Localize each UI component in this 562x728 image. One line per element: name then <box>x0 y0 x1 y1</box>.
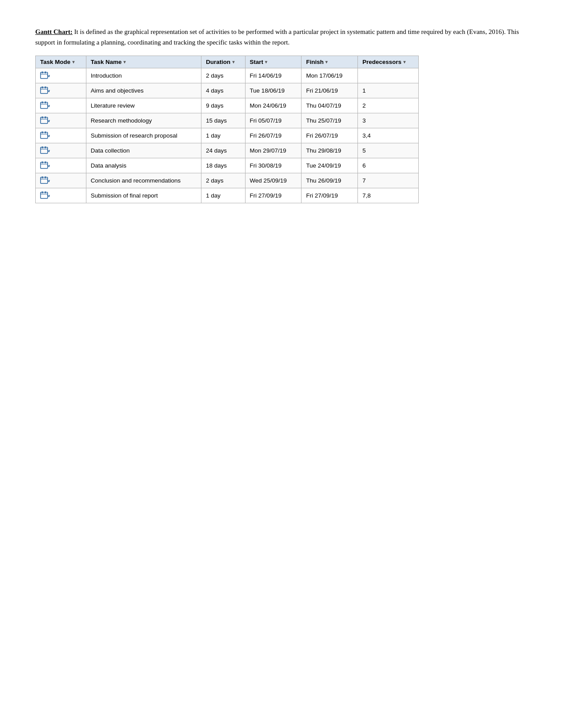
svg-rect-12 <box>41 117 48 123</box>
svg-rect-18 <box>45 131 46 133</box>
svg-rect-4 <box>41 87 48 93</box>
sort-arrow-finish: ▾ <box>325 60 328 64</box>
task-name-cell: Submission of final report <box>86 188 201 203</box>
sort-arrow-duration: ▾ <box>232 60 234 64</box>
predecessors-cell: 3,4 <box>358 128 419 143</box>
task-mode-svg <box>40 176 50 184</box>
svg-rect-32 <box>41 192 48 198</box>
table-row: Data collection24 daysMon 29/07/19Thu 29… <box>36 143 419 158</box>
svg-rect-25 <box>42 161 43 163</box>
finish-cell: Thu 25/07/19 <box>301 113 358 128</box>
svg-rect-28 <box>41 177 48 183</box>
start-cell: Mon 29/07/19 <box>245 143 301 158</box>
task-name-cell: Aims and objectives <box>86 83 201 98</box>
finish-cell: Tue 24/09/19 <box>301 158 358 173</box>
task-name-cell: Conclusion and recommendations <box>86 173 201 188</box>
table-row: Submission of final report1 dayFri 27/09… <box>36 188 419 203</box>
task-mode-svg <box>40 86 50 94</box>
sort-arrow-task-mode: ▾ <box>72 60 74 64</box>
task-mode-cell <box>36 173 86 188</box>
duration-cell: 18 days <box>201 158 245 173</box>
task-mode-svg <box>40 131 50 139</box>
finish-cell: Thu 04/07/19 <box>301 98 358 113</box>
task-mode-cell <box>36 68 86 83</box>
start-cell: Mon 24/06/19 <box>245 98 301 113</box>
th-duration-label: Duration <box>206 59 231 65</box>
task-name-cell: Literature review <box>86 98 201 113</box>
table-row: Aims and objectives4 daysTue 18/06/19Fri… <box>36 83 419 98</box>
svg-rect-33 <box>42 191 43 193</box>
task-name-cell: Submission of research proposal <box>86 128 201 143</box>
task-mode-cell <box>36 98 86 113</box>
th-start-label: Start <box>250 59 264 65</box>
intro-text: It is defined as the graphical represent… <box>35 28 519 46</box>
table-row: Conclusion and recommendations2 daysWed … <box>36 173 419 188</box>
task-mode-svg <box>40 146 50 154</box>
svg-rect-17 <box>42 131 43 133</box>
task-mode-svg <box>40 101 50 109</box>
svg-rect-5 <box>42 86 43 88</box>
svg-rect-22 <box>45 146 46 148</box>
th-task-mode[interactable]: Task Mode ▾ <box>36 56 86 68</box>
th-duration[interactable]: Duration ▾ <box>201 56 245 68</box>
finish-cell: Thu 26/09/19 <box>301 173 358 188</box>
start-cell: Wed 25/09/19 <box>245 173 301 188</box>
task-name-cell: Introduction <box>86 68 201 83</box>
intro-paragraph: Gantt Chart: It is defined as the graphi… <box>35 26 527 48</box>
th-finish-label: Finish <box>306 59 324 65</box>
duration-cell: 24 days <box>201 143 245 158</box>
svg-rect-21 <box>42 146 43 148</box>
th-finish[interactable]: Finish ▾ <box>301 56 358 68</box>
table-row: Submission of research proposal1 dayFri … <box>36 128 419 143</box>
th-task-mode-label: Task Mode <box>40 59 71 65</box>
table-row: Introduction2 daysFri 14/06/19Mon 17/06/… <box>36 68 419 83</box>
svg-rect-0 <box>41 72 48 78</box>
svg-rect-26 <box>45 161 46 163</box>
task-mode-svg <box>40 116 50 124</box>
sort-arrow-start: ▾ <box>265 60 267 64</box>
predecessors-cell: 2 <box>358 98 419 113</box>
predecessors-cell: 5 <box>358 143 419 158</box>
svg-rect-2 <box>45 71 46 73</box>
start-cell: Tue 18/06/19 <box>245 83 301 98</box>
predecessors-cell: 7,8 <box>358 188 419 203</box>
task-name-cell: Data collection <box>86 143 201 158</box>
svg-rect-13 <box>42 116 43 118</box>
svg-rect-9 <box>42 101 43 103</box>
svg-rect-6 <box>45 86 46 88</box>
task-mode-svg <box>40 71 50 79</box>
duration-cell: 1 day <box>201 128 245 143</box>
predecessors-cell: 3 <box>358 113 419 128</box>
th-task-name[interactable]: Task Name ▾ <box>86 56 201 68</box>
th-predecessors-label: Predecessors <box>362 59 402 65</box>
start-cell: Fri 30/08/19 <box>245 158 301 173</box>
duration-cell: 9 days <box>201 98 245 113</box>
task-mode-svg <box>40 191 50 199</box>
svg-rect-14 <box>45 116 46 118</box>
svg-rect-16 <box>41 132 48 138</box>
svg-rect-1 <box>42 71 43 73</box>
svg-rect-30 <box>45 176 46 178</box>
task-mode-cell <box>36 113 86 128</box>
svg-rect-24 <box>41 162 48 168</box>
th-predecessors[interactable]: Predecessors ▾ <box>358 56 419 68</box>
gantt-table: Task Mode ▾ Task Name ▾ Duration ▾ Start <box>35 56 419 203</box>
th-task-name-label: Task Name <box>91 59 122 65</box>
table-header-row: Task Mode ▾ Task Name ▾ Duration ▾ Start <box>36 56 419 68</box>
finish-cell: Fri 26/07/19 <box>301 128 358 143</box>
predecessors-cell: 6 <box>358 158 419 173</box>
gantt-chart-label: Gantt Chart: <box>35 28 73 35</box>
svg-rect-29 <box>42 176 43 178</box>
predecessors-cell: 1 <box>358 83 419 98</box>
svg-rect-8 <box>41 102 48 108</box>
task-name-cell: Research methodology <box>86 113 201 128</box>
table-row: Research methodology15 daysFri 05/07/19T… <box>36 113 419 128</box>
finish-cell: Mon 17/06/19 <box>301 68 358 83</box>
duration-cell: 4 days <box>201 83 245 98</box>
th-start[interactable]: Start ▾ <box>245 56 301 68</box>
task-mode-cell <box>36 188 86 203</box>
start-cell: Fri 27/09/19 <box>245 188 301 203</box>
sort-arrow-task-name: ▾ <box>123 60 126 64</box>
duration-cell: 15 days <box>201 113 245 128</box>
svg-rect-20 <box>41 147 48 153</box>
